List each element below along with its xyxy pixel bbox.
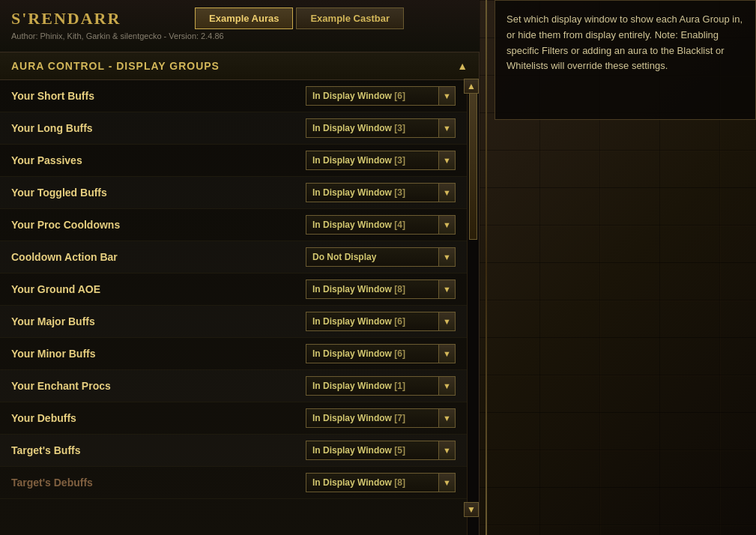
aura-row: Your Minor Buffs In Display Window [6] ▼ xyxy=(0,338,467,370)
select-num: [6] xyxy=(394,91,405,101)
row-label: Target's Debuffs xyxy=(11,477,93,489)
row-label: Your Passives xyxy=(11,154,82,166)
select-arrow-button[interactable]: ▼ xyxy=(438,87,455,105)
row-select-dropdown[interactable]: In Display Window [3] ▼ xyxy=(306,151,456,170)
select-arrow-button[interactable]: ▼ xyxy=(438,280,455,298)
select-num: [8] xyxy=(394,284,405,294)
select-arrow-button[interactable]: ▼ xyxy=(438,345,455,363)
aura-row: Your Major Buffs In Display Window [6] ▼ xyxy=(0,306,467,338)
select-num: [5] xyxy=(394,445,405,456)
info-text: Set which display window to show each Au… xyxy=(506,12,744,74)
select-arrow-button[interactable]: ▼ xyxy=(438,184,455,202)
row-label: Your Proc Cooldowns xyxy=(11,219,120,231)
select-arrow-button[interactable]: ▼ xyxy=(438,216,455,234)
tab-example-auras[interactable]: Example Auras xyxy=(195,7,293,29)
row-select-dropdown[interactable]: In Display Window [5] ▼ xyxy=(306,441,456,460)
row-select-dropdown[interactable]: In Display Window [1] ▼ xyxy=(306,376,456,396)
row-select-dropdown[interactable]: In Display Window [6] ▼ xyxy=(306,86,456,106)
scroll-arrow-down[interactable]: ▼ xyxy=(464,502,479,517)
aura-row: Target's Debuffs In Display Window [8] ▼ xyxy=(0,467,467,499)
select-num: [4] xyxy=(394,220,405,230)
aura-row: Your Short Buffs In Display Window [6] ▼ xyxy=(0,80,467,112)
rows-container: Your Short Buffs In Display Window [6] ▼… xyxy=(0,80,467,499)
select-value: In Display Window [6] xyxy=(306,91,438,101)
select-num: [6] xyxy=(394,348,405,359)
row-label: Your Short Buffs xyxy=(11,90,94,102)
scrollbar-track[interactable] xyxy=(467,86,479,535)
section-collapse-icon[interactable]: ▲ xyxy=(457,60,468,72)
select-value: In Display Window [8] xyxy=(306,284,438,294)
row-label: Your Ground AOE xyxy=(11,283,100,295)
aura-row: Your Proc Cooldowns In Display Window [4… xyxy=(0,209,467,241)
select-num: [3] xyxy=(394,155,405,166)
select-arrow-button[interactable]: ▼ xyxy=(438,312,455,330)
row-label: Your Enchant Procs xyxy=(11,380,111,392)
select-value: In Display Window [3] xyxy=(306,155,438,166)
row-select-dropdown[interactable]: In Display Window [4] ▼ xyxy=(306,215,456,235)
select-num: [1] xyxy=(394,381,405,391)
tab-bar: Example Auras Example Castbar xyxy=(195,7,404,29)
row-label: Cooldown Action Bar xyxy=(11,251,118,263)
select-num: [3] xyxy=(394,187,405,198)
app-subtitle: Author: Phinix, Kith, Garkin & silentgec… xyxy=(11,31,224,40)
row-select-dropdown[interactable]: In Display Window [8] ▼ xyxy=(306,473,456,492)
select-value: In Display Window [8] xyxy=(306,477,438,488)
row-select-dropdown[interactable]: In Display Window [3] ▼ xyxy=(306,118,456,138)
select-value: In Display Window [5] xyxy=(306,445,438,456)
select-num: [6] xyxy=(394,316,405,327)
app-title: S'RENDARR xyxy=(11,9,121,28)
select-value: Do Not Display xyxy=(306,252,438,262)
header: S'RENDARR Author: Phinix, Kith, Garkin &… xyxy=(0,0,480,52)
select-value: In Display Window [4] xyxy=(306,220,438,230)
select-arrow-button[interactable]: ▼ xyxy=(438,151,455,169)
select-arrow-button[interactable]: ▼ xyxy=(438,409,455,427)
row-select-dropdown[interactable]: In Display Window [7] ▼ xyxy=(306,408,456,428)
aura-row: Your Debuffs In Display Window [7] ▼ xyxy=(0,402,467,435)
tab-example-castbar[interactable]: Example Castbar xyxy=(296,7,404,29)
select-arrow-button[interactable]: ▼ xyxy=(438,441,455,459)
scroll-up-icon: ▲ xyxy=(467,81,476,91)
scroll-arrow-up[interactable]: ▲ xyxy=(464,79,479,94)
panel-separator xyxy=(486,0,487,535)
aura-row: Your Long Buffs In Display Window [3] ▼ xyxy=(0,112,467,145)
select-num: [7] xyxy=(394,413,405,423)
row-select-dropdown[interactable]: Do Not Display ▼ xyxy=(306,247,456,267)
select-value: In Display Window [3] xyxy=(306,123,438,133)
main-panel: AURA CONTROL - DISPLAY GROUPS ▲ Your Sho… xyxy=(0,52,480,535)
info-panel: Set which display window to show each Au… xyxy=(495,0,756,120)
row-select-dropdown[interactable]: In Display Window [6] ▼ xyxy=(306,344,456,363)
select-value: In Display Window [6] xyxy=(306,348,438,359)
select-value: In Display Window [3] xyxy=(306,187,438,198)
row-label: Target's Buffs xyxy=(11,444,81,456)
row-select-dropdown[interactable]: In Display Window [8] ▼ xyxy=(306,279,456,299)
select-num: [8] xyxy=(394,477,405,488)
row-label: Your Long Buffs xyxy=(11,122,93,134)
row-select-dropdown[interactable]: In Display Window [6] ▼ xyxy=(306,312,456,331)
row-label: Your Major Buffs xyxy=(11,315,95,327)
select-arrow-button[interactable]: ▼ xyxy=(438,119,455,137)
aura-row: Your Enchant Procs In Display Window [1]… xyxy=(0,370,467,402)
select-value: In Display Window [7] xyxy=(306,413,438,423)
row-label: Your Debuffs xyxy=(11,412,76,424)
row-label: Your Minor Buffs xyxy=(11,348,96,360)
select-arrow-button[interactable]: ▼ xyxy=(438,248,455,266)
select-arrow-button[interactable]: ▼ xyxy=(438,474,455,492)
select-num: [3] xyxy=(394,123,405,133)
select-value: In Display Window [6] xyxy=(306,316,438,327)
row-label: Your Toggled Buffs xyxy=(11,187,107,199)
main-container: S'RENDARR Author: Phinix, Kith, Garkin &… xyxy=(0,0,756,535)
scrollbar-thumb[interactable] xyxy=(469,90,477,240)
section-header: AURA CONTROL - DISPLAY GROUPS ▲ xyxy=(0,52,479,80)
aura-row: Your Ground AOE In Display Window [8] ▼ xyxy=(0,273,467,306)
aura-row: Your Passives In Display Window [3] ▼ xyxy=(0,145,467,177)
select-arrow-button[interactable]: ▼ xyxy=(438,377,455,395)
aura-row: Target's Buffs In Display Window [5] ▼ xyxy=(0,435,467,467)
select-value: In Display Window [1] xyxy=(306,381,438,391)
section-title: AURA CONTROL - DISPLAY GROUPS xyxy=(11,60,220,72)
row-select-dropdown[interactable]: In Display Window [3] ▼ xyxy=(306,183,456,202)
aura-row: Your Toggled Buffs In Display Window [3]… xyxy=(0,177,467,209)
scroll-down-icon: ▼ xyxy=(467,504,476,515)
aura-row: Cooldown Action Bar Do Not Display ▼ xyxy=(0,241,467,273)
